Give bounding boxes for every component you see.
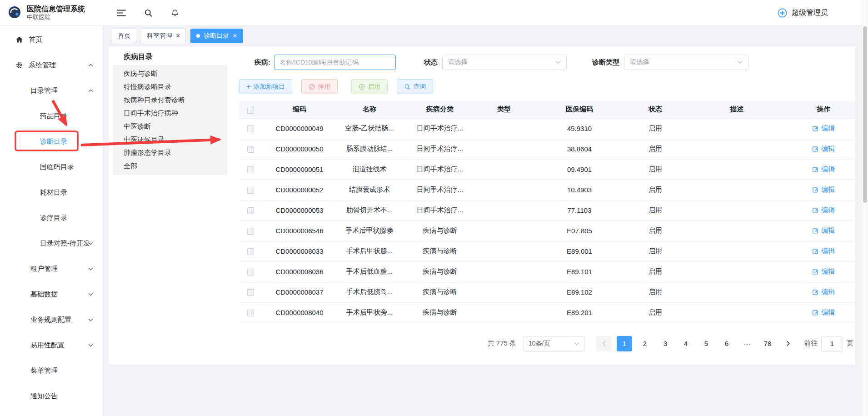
home-icon <box>15 36 24 43</box>
col-type: 类型 <box>478 101 530 118</box>
catalog-item[interactable]: 疾病与诊断 <box>113 67 227 80</box>
sidebar-item-business-rules[interactable]: 业务规则配置 <box>0 307 103 332</box>
sidebar-item-home[interactable]: 首页 <box>0 27 103 52</box>
page-button[interactable]: 3 <box>658 336 673 351</box>
edit-button[interactable]: 编辑 <box>812 206 835 215</box>
row-checkbox[interactable] <box>247 289 254 296</box>
edit-button[interactable]: 编辑 <box>812 288 835 296</box>
sidebar-item-label: 系统管理 <box>29 61 56 70</box>
table-area: 疾病: 状态 请选择 诊断类型 请选择 <box>239 46 855 365</box>
edit-button[interactable]: 编辑 <box>812 124 835 133</box>
catalog-item[interactable]: 全部 <box>113 160 227 173</box>
cell-type <box>478 221 530 241</box>
prev-page-button[interactable] <box>596 336 612 351</box>
edit-button[interactable]: 编辑 <box>812 267 835 276</box>
catalog-item[interactable]: 特慢病诊断目录 <box>113 80 227 94</box>
disease-search-input[interactable] <box>274 55 396 70</box>
sidebar-item-diagnosis-catalog[interactable]: 诊断目录 <box>0 129 103 154</box>
close-icon[interactable]: × <box>176 32 180 40</box>
catalog-item[interactable]: 按病种目录付费诊断 <box>113 94 227 107</box>
close-icon[interactable]: × <box>233 32 237 40</box>
sidebar-item-catalog-mgmt[interactable]: 目录管理 <box>0 78 103 103</box>
edit-label: 编辑 <box>821 206 835 215</box>
tab-dept-mgmt[interactable]: 科室管理 × <box>141 29 186 43</box>
cell-code: CD0000006546 <box>262 221 337 241</box>
row-checkbox[interactable] <box>247 125 254 132</box>
row-checkbox[interactable] <box>247 310 254 316</box>
edit-button[interactable]: 编辑 <box>812 247 835 256</box>
edit-button[interactable]: 编辑 <box>812 145 835 153</box>
catalog-item[interactable]: 日间手术治疗病种 <box>113 107 227 120</box>
row-checkbox[interactable] <box>247 228 254 235</box>
chevron-right-icon <box>786 341 790 346</box>
row-checkbox[interactable] <box>247 187 254 194</box>
notification-bell-icon[interactable] <box>171 9 179 17</box>
diagnosis-type-select[interactable]: 请选择 <box>624 55 748 70</box>
tab-home[interactable]: 首页 <box>112 29 136 43</box>
search-icon[interactable] <box>144 9 153 17</box>
cell-checkbox <box>239 180 262 200</box>
goto-page-input[interactable] <box>821 336 843 351</box>
sidebar-item-basic-data[interactable]: 基础数据 <box>0 281 103 307</box>
cell-desc <box>682 118 792 139</box>
enable-button[interactable]: 启用 <box>351 79 388 94</box>
page-button[interactable]: 1 <box>617 336 632 351</box>
scrollbar-thumb[interactable] <box>863 26 867 203</box>
page-button[interactable]: 6 <box>719 336 734 351</box>
sidebar-item-system-mgmt[interactable]: 系统管理 <box>0 52 103 78</box>
cell-status: 启用 <box>629 139 682 159</box>
cell-type <box>478 159 530 180</box>
catalog-item[interactable]: 中医证候目录 <box>113 133 227 146</box>
page-button[interactable]: ··· <box>739 336 755 351</box>
edit-label: 编辑 <box>821 308 835 317</box>
collapse-menu-icon[interactable] <box>117 9 126 17</box>
edit-label: 编辑 <box>821 288 835 296</box>
sidebar-item-consumables-catalog[interactable]: 耗材目录 <box>0 180 103 205</box>
page-button[interactable]: 5 <box>698 336 714 351</box>
catalog-item[interactable]: 肿瘤形态学目录 <box>113 146 227 160</box>
row-checkbox[interactable] <box>247 248 254 255</box>
workspace: 疾病目录 疾病与诊断 特慢病诊断目录 按病种目录付费诊断 日间手术治疗病种 <box>103 46 868 365</box>
row-checkbox[interactable] <box>247 166 254 173</box>
sidebar-item-menu-mgmt[interactable]: 菜单管理 <box>0 358 103 383</box>
edit-button[interactable]: 编辑 <box>812 308 835 317</box>
cell-name: 空肠-乙状结肠... <box>337 118 402 139</box>
disable-button[interactable]: 停用 <box>301 79 338 94</box>
row-checkbox[interactable] <box>247 146 254 153</box>
page-button[interactable]: 78 <box>760 336 775 351</box>
catalog-item[interactable]: 中医诊断 <box>113 120 227 133</box>
sidebar-item-usability-config[interactable]: 易用性配置 <box>0 332 103 358</box>
sidebar-item-national-code-catalog[interactable]: 国临码目录 <box>0 154 103 180</box>
toolbar: + 添加新项目 停用 启用 <box>239 79 855 94</box>
user-menu[interactable]: 超级管理员 <box>777 8 828 18</box>
row-checkbox[interactable] <box>247 207 254 214</box>
cell-insurance-code: E07.805 <box>530 221 629 241</box>
edit-button[interactable]: 编辑 <box>812 226 835 235</box>
cell-insurance-code: 77.1103 <box>530 200 629 221</box>
sidebar-item-tenant-mgmt[interactable]: 租户管理 <box>0 256 103 281</box>
row-checkbox[interactable] <box>247 269 254 276</box>
tab-diagnosis-catalog[interactable]: 诊断目录 × <box>190 29 243 43</box>
add-item-button[interactable]: + 添加新项目 <box>239 79 292 94</box>
page-button[interactable]: 2 <box>637 336 653 351</box>
col-desc: 描述 <box>682 101 792 118</box>
edit-pencil-icon <box>812 207 819 214</box>
status-select[interactable]: 请选择 <box>442 55 567 70</box>
edit-button[interactable]: 编辑 <box>812 185 835 194</box>
tab-bar: 首页 科室管理 × 诊断目录 × <box>103 26 868 46</box>
page-size-select[interactable]: 10条/页 <box>524 336 584 351</box>
next-page-button[interactable] <box>780 336 796 351</box>
page-button[interactable]: 4 <box>678 336 693 351</box>
edit-button[interactable]: 编辑 <box>812 165 835 174</box>
cell-category: 疾病与诊断 <box>402 302 478 323</box>
query-button[interactable]: 查询 <box>397 79 433 94</box>
cell-action: 编辑 <box>792 261 855 282</box>
sidebar-item-treatment-catalog[interactable]: 诊疗目录 <box>0 205 103 231</box>
sidebar-item-drug-catalog[interactable]: 药品目录 <box>0 103 103 129</box>
sidebar-item-notice[interactable]: 通知公告 <box>0 383 103 409</box>
cell-checkbox <box>239 282 262 302</box>
sidebar-item-catalog-mapping[interactable]: 目录对照-待开发 <box>0 231 103 256</box>
cell-code: CD0000008037 <box>262 282 337 302</box>
select-all-checkbox[interactable] <box>247 107 254 114</box>
cell-code: CD0000000049 <box>262 118 337 139</box>
